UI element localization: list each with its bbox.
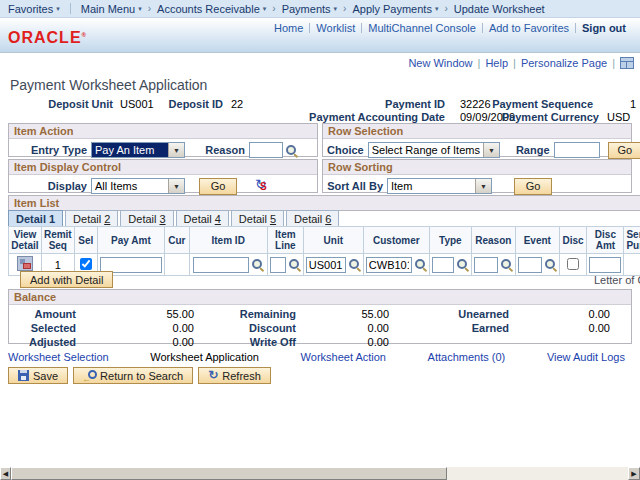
tab-detail-6[interactable]: Detail6	[286, 210, 339, 227]
breadcrumb-separator	[444, 3, 447, 14]
lookup-icon[interactable]	[544, 258, 557, 271]
entry-type-select[interactable]: Pay An Item ▼	[91, 142, 185, 158]
lookup-icon[interactable]	[285, 144, 298, 157]
http-page-icon[interactable]	[620, 57, 634, 69]
row-sorting-go-button[interactable]: Go	[514, 178, 552, 195]
breadcrumb-favorites[interactable]: Favorites ▾	[8, 3, 60, 15]
item-line-input[interactable]	[270, 257, 286, 273]
view-detail-icon[interactable]	[17, 256, 33, 271]
range-label: Range	[516, 144, 550, 156]
range-input[interactable]	[554, 142, 600, 158]
lookup-icon[interactable]	[414, 258, 427, 271]
save-button[interactable]: Save	[8, 367, 68, 384]
lookup-icon[interactable]	[456, 258, 469, 271]
breadcrumb-update-worksheet[interactable]: Update Worksheet	[454, 3, 545, 15]
balance-amount-value: 55.00	[76, 308, 194, 321]
return-to-search-button[interactable]: Return to Search	[73, 367, 193, 384]
balance-empty-cell	[509, 336, 610, 349]
refresh-button[interactable]: ↻ Refresh	[198, 367, 271, 384]
breadcrumb-apply-payments[interactable]: Apply Payments ▾	[352, 3, 438, 15]
currency-conversion-icon[interactable]: ↻ S	[255, 179, 270, 194]
tab-detail-5[interactable]: Detail5	[231, 210, 284, 227]
chevron-down-icon: ▾	[56, 5, 60, 13]
sign-out-link[interactable]: Sign out	[582, 22, 626, 34]
lookup-icon[interactable]	[251, 258, 264, 271]
reason-label: Reason	[203, 144, 245, 156]
component-page-links: Worksheet Selection Worksheet Applicatio…	[8, 351, 625, 363]
lookup-icon[interactable]	[500, 258, 513, 271]
balance-empty-cell	[389, 336, 509, 349]
scroll-right-arrow[interactable]: ▶	[628, 467, 640, 480]
row-sorting-groupbox: Row Sorting Sort All By Item ▼ Go	[322, 159, 632, 193]
letter-of-credit-text: Letter of C	[594, 274, 640, 286]
view-audit-logs-link[interactable]: View Audit Logs	[547, 351, 625, 363]
chevron-down-icon[interactable]: ▼	[475, 179, 491, 193]
return-to-search-icon	[83, 370, 96, 382]
scroll-left-arrow[interactable]: ◀	[0, 467, 11, 480]
col-cur: Cur	[165, 227, 189, 254]
chevron-down-icon[interactable]: ▼	[483, 143, 499, 157]
tab-detail-1[interactable]: Detail1	[8, 210, 63, 227]
help-link[interactable]: Help	[485, 57, 508, 69]
col-pay-amt: Pay Amt	[97, 227, 164, 254]
new-window-link[interactable]: New Window	[408, 57, 472, 69]
breadcrumb-apply-payments-label: Apply Payments	[352, 3, 431, 15]
tab-detail-4[interactable]: Detail4	[176, 210, 229, 227]
lookup-icon[interactable]	[288, 258, 301, 271]
col-customer: Customer	[363, 227, 429, 254]
deposit-id-value: 22	[231, 98, 243, 110]
payment-currency-value: USD	[607, 111, 630, 123]
balance-earned-value: 0.00	[509, 322, 610, 335]
disc-amt-input[interactable]	[589, 257, 621, 273]
choice-select[interactable]: Select Range of Items ▼	[368, 142, 500, 158]
lookup-icon[interactable]	[348, 258, 361, 271]
breadcrumb-main-menu[interactable]: Main Menu ▾	[81, 3, 142, 15]
worksheet-selection-link[interactable]: Worksheet Selection	[8, 351, 109, 363]
breadcrumb-payments[interactable]: Payments ▾	[282, 3, 337, 15]
breadcrumb-accounts-receivable[interactable]: Accounts Receivable ▾	[157, 3, 266, 15]
multichannel-console-link[interactable]: MultiChannel Console	[368, 22, 476, 34]
deposit-id-label: Deposit ID	[168, 98, 223, 110]
sort-all-by-selected-value: Item	[388, 179, 475, 193]
scrollbar-thumb[interactable]	[11, 467, 447, 480]
reason-row-input[interactable]	[474, 257, 498, 273]
col-disc: Disc	[559, 227, 587, 254]
col-disc-amt: Disc Amt	[587, 227, 624, 254]
chevron-down-icon: ▾	[263, 5, 267, 13]
display-label: Display	[13, 180, 87, 192]
item-action-title: Item Action	[9, 124, 317, 139]
chevron-down-icon[interactable]: ▼	[168, 179, 184, 193]
event-input[interactable]	[518, 257, 542, 273]
customer-input[interactable]	[366, 257, 412, 273]
col-remit-seq: Remit Seq	[41, 227, 74, 254]
balance-unearned-value: 0.00	[509, 308, 610, 321]
col-item-line: Item Line	[267, 227, 303, 254]
worklist-link[interactable]: Worklist	[316, 22, 355, 34]
col-type: Type	[429, 227, 471, 254]
display-select[interactable]: All Items ▼	[91, 178, 185, 194]
type-input[interactable]	[432, 257, 454, 273]
horizontal-scrollbar[interactable]: ◀ ▶	[0, 467, 640, 480]
page-title: Payment Worksheet Application	[10, 77, 207, 93]
unit-input[interactable]	[306, 257, 346, 273]
sort-all-by-select[interactable]: Item ▼	[387, 178, 492, 194]
item-id-input[interactable]	[193, 257, 249, 273]
item-display-go-button[interactable]: Go	[199, 178, 237, 195]
currency-s-glyph: S	[260, 181, 267, 192]
sel-checkbox[interactable]	[80, 258, 92, 270]
tab-detail-2[interactable]: Detail2	[65, 210, 118, 227]
item-action-groupbox: Item Action Entry Type Pay An Item ▼ Rea…	[8, 123, 318, 157]
tab-detail-3[interactable]: Detail3	[120, 210, 173, 227]
disc-checkbox[interactable]	[567, 258, 579, 270]
worksheet-action-link[interactable]: Worksheet Action	[301, 351, 386, 363]
col-service-pur: Service Pur	[624, 227, 640, 254]
row-selection-go-button[interactable]: Go	[608, 142, 640, 159]
personalize-page-link[interactable]: Personalize Page	[521, 57, 607, 69]
add-with-detail-button[interactable]: Add with Detail	[20, 271, 113, 288]
add-to-favorites-link[interactable]: Add to Favorites	[489, 22, 569, 34]
chevron-down-icon: ▾	[138, 5, 142, 13]
chevron-down-icon[interactable]: ▼	[168, 143, 184, 157]
attachments-link[interactable]: Attachments (0)	[428, 351, 506, 363]
reason-input[interactable]	[249, 142, 283, 158]
home-link[interactable]: Home	[274, 22, 303, 34]
